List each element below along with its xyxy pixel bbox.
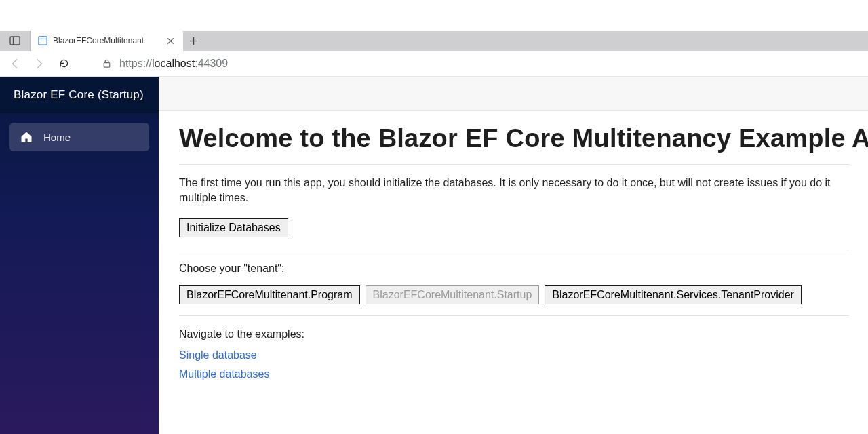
address-bar[interactable]: https://localhost:44309 — [96, 54, 863, 74]
home-icon — [19, 130, 34, 144]
close-icon — [167, 37, 174, 45]
link-multiple-databases[interactable]: Multiple databases — [179, 368, 269, 380]
tab-favicon-icon — [37, 35, 48, 46]
forward-icon — [33, 58, 45, 70]
sidebar: Blazor EF Core (Startup) Home — [0, 77, 159, 434]
tenant-button-tenantprovider[interactable]: BlazorEFCoreMultitenant.Services.TenantP… — [545, 285, 802, 304]
initialize-databases-button[interactable]: Initialize Databases — [179, 218, 288, 237]
page-body: Blazor EF Core (Startup) Home Welcome to… — [0, 77, 868, 434]
sidebar-item-home[interactable]: Home — [9, 123, 149, 151]
divider — [179, 315, 849, 316]
svg-rect-0 — [10, 37, 20, 45]
new-tab-button[interactable] — [183, 31, 203, 51]
main-content: Welcome to the Blazor EF Core Multitenan… — [159, 111, 868, 408]
content-topbar — [159, 77, 868, 111]
forward-button[interactable] — [27, 52, 52, 76]
browser-tabstrip: BlazorEFCoreMultitenant — [0, 31, 868, 51]
url-host: localhost — [152, 58, 195, 69]
tab-actions-icon — [9, 35, 20, 46]
url-text: https://localhost:44309 — [119, 58, 228, 70]
tab-title: BlazorEFCoreMultitenant — [53, 36, 164, 45]
choose-tenant-label: Choose your "tenant": — [179, 261, 849, 276]
plus-icon — [189, 37, 198, 45]
url-protocol: https:// — [119, 58, 152, 69]
lock-icon — [100, 58, 113, 70]
page-title: Welcome to the Blazor EF Core Multitenan… — [179, 124, 849, 153]
browser-toolbar: https://localhost:44309 — [0, 51, 868, 77]
tab-close-button[interactable] — [164, 35, 176, 47]
refresh-icon — [58, 58, 70, 69]
window-top-blank — [0, 0, 868, 31]
back-button[interactable] — [3, 52, 27, 76]
back-icon — [9, 58, 21, 70]
tenant-button-startup: BlazorEFCoreMultitenant.Startup — [366, 285, 540, 304]
refresh-button[interactable] — [52, 52, 76, 76]
sidebar-item-label: Home — [43, 132, 71, 143]
browser-tab-active[interactable]: BlazorEFCoreMultitenant — [31, 31, 183, 51]
navigate-label: Navigate to the examples: — [179, 327, 849, 342]
divider — [179, 164, 849, 165]
link-single-database[interactable]: Single database — [179, 349, 257, 361]
svg-rect-8 — [104, 63, 109, 68]
app-brand[interactable]: Blazor EF Core (Startup) — [0, 77, 159, 113]
tenant-button-program[interactable]: BlazorEFCoreMultitenant.Program — [179, 285, 360, 304]
url-port: :44309 — [195, 58, 228, 69]
divider — [179, 250, 849, 250]
tab-actions-button[interactable] — [0, 31, 31, 51]
tenant-buttons-row: BlazorEFCoreMultitenant.Program BlazorEF… — [179, 285, 849, 304]
sidebar-nav: Home — [0, 113, 159, 161]
intro-text: The first time you run this app, you sho… — [179, 176, 849, 206]
content-area: Welcome to the Blazor EF Core Multitenan… — [159, 77, 868, 434]
svg-rect-2 — [39, 37, 47, 45]
